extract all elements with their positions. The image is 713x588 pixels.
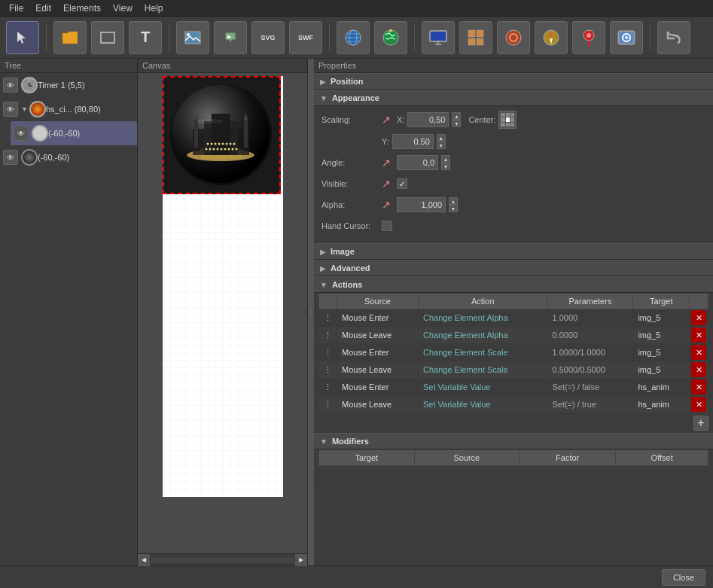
- tree-label-hs: hs_ci... (80,80): [46, 105, 134, 114]
- globe-tool-button[interactable]: [337, 21, 370, 54]
- action-row-2[interactable]: ⋮ Mouse Enter Change Element Scale 1.000…: [319, 344, 708, 361]
- delete-action-1-button[interactable]: ✕: [691, 328, 706, 343]
- menu-help[interactable]: Help: [139, 0, 169, 17]
- action-tool-button[interactable]: ▶: [214, 21, 247, 54]
- tree-item-timer[interactable]: 👁 Timer 1 (5,5): [0, 73, 137, 97]
- action-params-4: Set(=) / false: [547, 379, 633, 396]
- tree-item-hs[interactable]: 👁 ▼ hs_ci... (80,80): [0, 97, 137, 121]
- scroll-left-button[interactable]: ◀: [138, 554, 150, 566]
- scaling-x-input[interactable]: [407, 112, 449, 127]
- scroll-track[interactable]: [151, 557, 294, 563]
- svg-marker-0: [17, 32, 26, 44]
- action-row-0[interactable]: ⋮ Mouse Enter Change Element Alpha 1.000…: [319, 309, 708, 327]
- svg-rect-21: [477, 38, 483, 45]
- tree-eye-hs[interactable]: 👁: [3, 102, 18, 117]
- canvas-scrollbar: ◀ ▶: [138, 553, 307, 565]
- svg-point-50: [214, 143, 216, 145]
- angle-input[interactable]: [397, 155, 438, 170]
- angle-share-icon[interactable]: ↗: [382, 157, 394, 169]
- hand-cursor-checkbox[interactable]: [382, 221, 392, 231]
- center-dot-6: [510, 117, 514, 121]
- monitor-tool-button[interactable]: [422, 21, 455, 54]
- center-grid[interactable]: [498, 111, 516, 129]
- action-row-3[interactable]: ⋮ Mouse Leave Change Element Scale 0.500…: [319, 361, 708, 379]
- tree-item-circle[interactable]: 👁 (-60,-60): [11, 121, 137, 145]
- add-action-button[interactable]: +: [693, 416, 708, 431]
- tree-item-dark[interactable]: 👁 (-60,-60): [0, 145, 137, 169]
- delete-action-5-button[interactable]: ✕: [691, 397, 706, 412]
- appearance-section-header[interactable]: ▼ Appearance: [314, 90, 713, 106]
- grid-tool-button[interactable]: [459, 21, 492, 54]
- image-tool-button[interactable]: [176, 21, 209, 54]
- modifiers-section-header[interactable]: ▼ Modifiers: [314, 433, 713, 449]
- text-tool-button[interactable]: T: [129, 21, 162, 54]
- image-section-header[interactable]: ▶ Image: [314, 243, 713, 260]
- action-row-1[interactable]: ⋮ Mouse Leave Change Element Alpha 0.000…: [319, 327, 708, 344]
- actions-content: Source Action Parameters Target ⋮ Mouse …: [314, 293, 713, 433]
- close-button[interactable]: Close: [662, 569, 705, 586]
- menu-file[interactable]: File: [3, 0, 29, 17]
- map-tool-button[interactable]: [374, 21, 407, 54]
- scaling-y-up[interactable]: ▲: [437, 134, 446, 142]
- scaling-y-down[interactable]: ▼: [437, 142, 446, 149]
- tree-eye-dark[interactable]: 👁: [3, 150, 18, 165]
- menu-elements[interactable]: Elements: [57, 0, 107, 17]
- menu-edit[interactable]: Edit: [29, 0, 57, 17]
- canvas-resize-handle[interactable]: ⋮: [308, 59, 314, 565]
- alpha-input[interactable]: [397, 197, 446, 212]
- position-section-header[interactable]: ▶ Position: [314, 73, 713, 90]
- expand-arrow-hs[interactable]: ▼: [21, 105, 28, 113]
- toolbar-separator-5: [650, 24, 651, 51]
- menu-view[interactable]: View: [107, 0, 139, 17]
- scaling-x-down[interactable]: ▼: [452, 120, 461, 127]
- circle-tool-button[interactable]: [497, 21, 530, 54]
- tree-eye-circle[interactable]: 👁: [14, 126, 29, 141]
- actions-section-header[interactable]: ▼ Actions: [314, 276, 713, 293]
- svg-point-47: [196, 119, 223, 123]
- image-title: Image: [331, 247, 355, 256]
- action-row-5[interactable]: ⋮ Mouse Leave Set Variable Value Set(=) …: [319, 396, 708, 413]
- pin-tool-button[interactable]: [572, 21, 605, 54]
- scroll-right-button[interactable]: ▶: [295, 554, 307, 566]
- delete-action-0-button[interactable]: ✕: [691, 310, 706, 325]
- center-dot-5: [506, 117, 510, 121]
- advanced-section-header[interactable]: ▶ Advanced: [314, 260, 713, 276]
- svg-rect-1: [101, 32, 114, 43]
- scaling-y-input[interactable]: [392, 134, 434, 149]
- visible-share-icon[interactable]: ↗: [382, 178, 394, 190]
- angle-up[interactable]: ▲: [441, 155, 450, 163]
- svg-tool-button[interactable]: SVG: [251, 21, 285, 54]
- center-dot-8: [506, 123, 510, 126]
- undo-tool-button[interactable]: [657, 21, 690, 54]
- action-row-4[interactable]: ⋮ Mouse Enter Set Variable Value Set(=) …: [319, 379, 708, 396]
- tree-eye-timer[interactable]: 👁: [3, 78, 18, 93]
- photo-tool-button[interactable]: [610, 21, 643, 54]
- circle-icon: [32, 125, 48, 142]
- svg-rect-20: [468, 38, 475, 45]
- props-scroll-area[interactable]: ▶ Position ▼ Appearance Scaling: ↗ X:: [314, 73, 713, 565]
- folder-tool-button[interactable]: [53, 21, 87, 54]
- tree-label-circle: (-60,-60): [48, 129, 134, 138]
- delete-action-2-button[interactable]: ✕: [691, 345, 706, 360]
- rect-tool-button[interactable]: [91, 21, 124, 54]
- scaling-share-icon[interactable]: ↗: [382, 114, 394, 126]
- angle-down[interactable]: ▼: [441, 163, 450, 170]
- canvas-area[interactable]: [138, 73, 307, 553]
- svg-point-51: [218, 143, 220, 145]
- center-dot-3: [510, 113, 514, 117]
- compass-tool-button[interactable]: [535, 21, 568, 54]
- scaling-x-up[interactable]: ▲: [452, 112, 461, 120]
- action-del-2: ✕: [690, 344, 708, 361]
- delete-action-4-button[interactable]: ✕: [691, 379, 706, 395]
- alpha-row: Alpha: ↗ ▲ ▼: [321, 197, 705, 213]
- swf-tool-button[interactable]: SWF: [289, 21, 322, 54]
- alpha-up[interactable]: ▲: [449, 197, 458, 205]
- visible-checkbox[interactable]: [397, 178, 407, 189]
- alpha-share-icon[interactable]: ↗: [382, 199, 394, 211]
- col-target-header: Target: [633, 294, 690, 309]
- delete-action-3-button[interactable]: ✕: [691, 362, 706, 377]
- canvas-image: [163, 76, 281, 194]
- scaling-value: ↗ X: ▲ ▼ Center:: [382, 111, 516, 129]
- alpha-down[interactable]: ▼: [449, 205, 458, 212]
- select-tool-button[interactable]: [6, 21, 39, 54]
